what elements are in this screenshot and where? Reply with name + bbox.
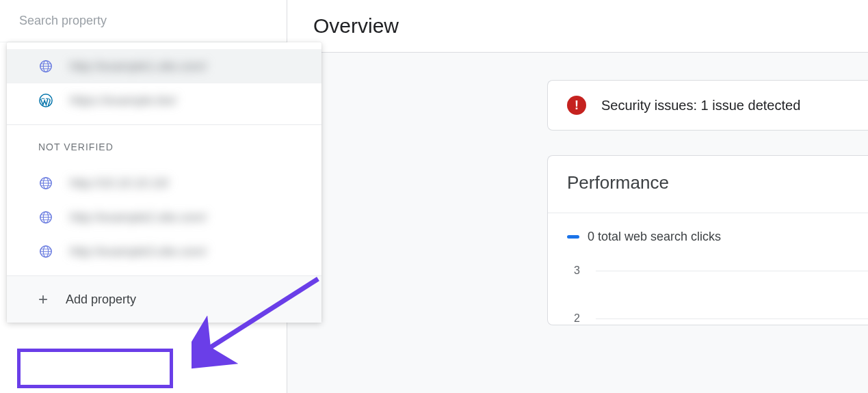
divider: [548, 213, 868, 213]
page-title: Overview: [287, 0, 868, 53]
property-dropdown: http://example1.site.com/ https://exampl…: [7, 42, 321, 323]
property-item[interactable]: http://example3.site.com/: [7, 234, 321, 269]
axis-tick: 3: [574, 265, 868, 277]
globe-icon: [38, 210, 53, 225]
globe-icon: [38, 59, 53, 74]
wordpress-icon: [38, 93, 53, 108]
property-item[interactable]: http://example1.site.com/: [7, 49, 321, 83]
property-label: http://example3.site.com/: [70, 245, 207, 259]
add-property-label: Add property: [66, 293, 136, 307]
axis-tick: 2: [574, 312, 868, 325]
gridline: [596, 271, 868, 271]
verified-properties: http://example1.site.com/ https://exampl…: [7, 42, 321, 124]
series-color-icon: [567, 235, 579, 239]
property-item[interactable]: https://example.bio/: [7, 83, 321, 118]
security-alert-card[interactable]: ! Security issues: 1 issue detected: [547, 80, 868, 131]
not-verified-heading: NOT VERIFIED: [7, 125, 321, 159]
error-icon: !: [567, 96, 586, 115]
clicks-legend: 0 total web search clicks: [567, 230, 868, 244]
axis-value: 2: [574, 312, 582, 325]
chart-y-axis: 3 2: [567, 265, 868, 325]
clicks-label: 0 total web search clicks: [588, 230, 721, 244]
content-area: ! Security issues: 1 issue detected Perf…: [287, 53, 868, 393]
property-label: http://example2.site.com/: [70, 211, 207, 225]
search-property-bar[interactable]: [0, 0, 287, 42]
axis-value: 3: [574, 265, 582, 277]
property-label: http://example1.site.com/: [70, 59, 207, 74]
globe-icon: [38, 176, 53, 191]
unverified-properties: http://10.10.10.10/ http://example2.site…: [7, 159, 321, 275]
search-input[interactable]: [19, 14, 267, 28]
globe-icon: [38, 244, 53, 259]
gridline: [596, 319, 868, 319]
property-label: https://example.bio/: [70, 94, 176, 108]
property-label: http://10.10.10.10/: [70, 176, 169, 191]
property-item[interactable]: http://example2.site.com/: [7, 200, 321, 234]
add-property-button[interactable]: + Add property: [7, 275, 321, 323]
plus-icon: +: [38, 291, 48, 308]
performance-title: Performance: [567, 172, 868, 193]
performance-card: Performance 0 total web search clicks 3 …: [547, 155, 868, 325]
property-item[interactable]: http://10.10.10.10/: [7, 166, 321, 200]
main-content: Overview ! Security issues: 1 issue dete…: [287, 0, 868, 393]
security-alert-text: Security issues: 1 issue detected: [601, 98, 800, 113]
